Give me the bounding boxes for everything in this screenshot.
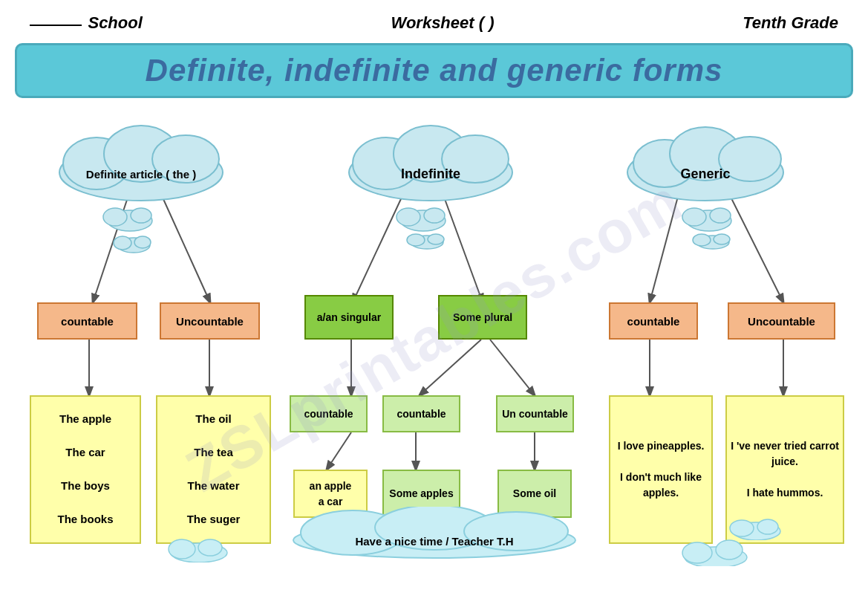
svg-point-58 [682,542,712,563]
cloud-indefinite: Indefinite [327,113,535,202]
diagram: ZSLprintables.com [15,106,853,566]
box-countable3: countable [290,395,368,432]
cloud-generic: Generic [609,113,802,202]
svg-point-41 [407,234,425,246]
svg-point-33 [131,208,151,223]
box-generic-countable-examples: I love pineapples. I don't much like app… [609,395,713,544]
svg-text:Generic: Generic [680,166,730,181]
svg-point-55 [169,539,195,559]
svg-point-47 [693,234,711,246]
cloud-footer-left [166,536,232,562]
svg-point-62 [757,519,778,534]
header-school: School [30,13,143,33]
svg-point-44 [682,208,706,226]
svg-text:Definite article ( the ): Definite article ( the ) [86,168,196,181]
box-uncountable1: Uncountable [160,302,260,340]
svg-text:Have a nice time    /    Teach: Have a nice time / Teacher T.H [355,535,513,548]
page-title: Definite, indefinite and generic forms [32,53,836,88]
school-label: School [88,13,142,32]
svg-point-32 [103,208,127,226]
cloud-deco-6 [691,230,735,251]
footer-cloud: Have a nice time / Teacher T.H [271,507,598,559]
svg-point-59 [716,540,743,559]
cloud-deco-4 [405,230,449,251]
box-countable2: countable [609,302,698,340]
svg-line-5 [420,340,481,395]
cloud-deco-1 [100,202,160,232]
svg-point-56 [198,539,222,556]
header-grade: Tenth Grade [743,13,838,33]
box-countable4: countable [382,395,460,432]
cloud-footer-right2 [727,516,786,540]
svg-line-7 [327,432,351,470]
svg-line-10 [650,191,679,302]
box-definite-countable-examples: The apple The car The boys The books [30,395,141,544]
box-countable1: countable [37,302,137,340]
svg-line-6 [490,340,535,395]
cloud-deco-3 [394,202,453,232]
svg-point-61 [730,520,754,536]
svg-point-39 [424,208,445,223]
svg-point-42 [428,234,444,244]
box-uncountable2: Uncountable [728,302,835,340]
svg-point-45 [710,208,731,223]
cloud-footer-right [679,536,753,566]
box-uncountable3: Un countable [496,395,574,432]
box-some-plural: Some plural [438,295,527,340]
cloud-deco-2 [111,232,156,254]
header-worksheet: Worksheet ( ) [391,13,495,33]
svg-point-48 [714,234,730,244]
box-definite-uncountable-examples: The oil The tea The water The suger [156,395,271,544]
svg-point-38 [397,208,420,226]
cloud-definite: Definite article ( the ) [37,113,245,202]
cloud-deco-5 [679,202,739,232]
svg-line-1 [160,191,210,302]
svg-text:Indefinite: Indefinite [401,166,460,181]
svg-point-35 [114,236,131,250]
title-banner: Definite, indefinite and generic forms [15,43,853,98]
underline [30,25,82,26]
header: School Worksheet ( ) Tenth Grade [15,7,853,39]
svg-point-36 [134,236,151,248]
box-aan-singular: a/an singular [304,295,394,340]
